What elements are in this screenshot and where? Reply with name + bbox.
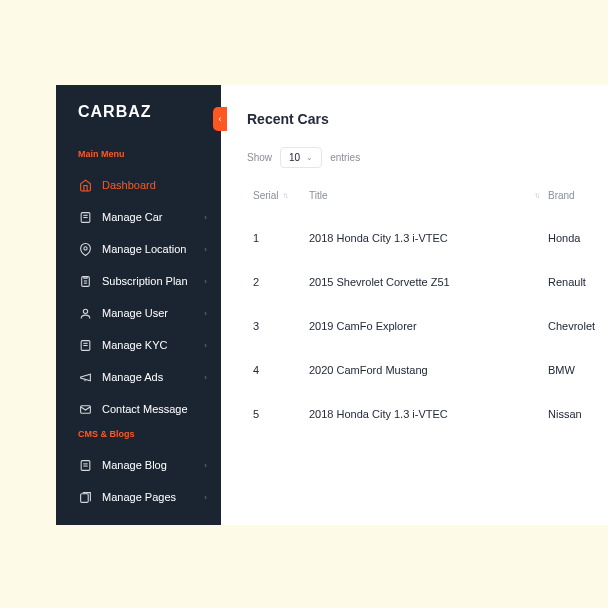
cell-brand: Honda bbox=[548, 232, 608, 244]
main-content: Recent Cars Show 10 ⌄ entries Serial ↑↓ … bbox=[221, 85, 608, 525]
cell-title: 2020 CamFord Mustang bbox=[309, 364, 548, 376]
svg-point-3 bbox=[83, 246, 86, 249]
page-size-select[interactable]: 10 ⌄ bbox=[280, 147, 322, 168]
cell-title: 2018 Honda City 1.3 i-VTEC bbox=[309, 408, 548, 420]
cars-table: Serial ↑↓ Title ↑↓ Brand ↑↓ 12018 Honda … bbox=[247, 190, 608, 436]
sort-icon: ↑↓ bbox=[534, 191, 538, 200]
table-row[interactable]: 12018 Honda City 1.3 i-VTECHonda bbox=[247, 216, 608, 260]
cell-serial: 3 bbox=[253, 320, 309, 332]
sidebar-toggle[interactable]: ‹ bbox=[213, 107, 227, 131]
sidebar-item-label: Manage KYC bbox=[102, 339, 204, 351]
column-header-title[interactable]: Title ↑↓ bbox=[309, 190, 548, 201]
sidebar-item-label: Contact Message bbox=[102, 403, 207, 415]
sidebar-menu-cms: Manage Blog › Manage Pages › bbox=[56, 449, 221, 513]
cell-serial: 4 bbox=[253, 364, 309, 376]
cell-brand: Nissan bbox=[548, 408, 608, 420]
entries-label: entries bbox=[330, 152, 360, 163]
sidebar: CARBAZ ‹ Main Menu Dashboard Manage Car … bbox=[56, 85, 221, 525]
sidebar-item-label: Manage Blog bbox=[102, 459, 204, 471]
mail-icon bbox=[78, 402, 92, 416]
sidebar-menu-main: Dashboard Manage Car › Manage Location ›… bbox=[56, 169, 221, 425]
page-title: Recent Cars bbox=[247, 111, 608, 127]
sidebar-item-subscription-plan[interactable]: Subscription Plan › bbox=[56, 265, 221, 297]
cell-brand: BMW bbox=[548, 364, 608, 376]
chevron-right-icon: › bbox=[204, 245, 207, 254]
cell-brand: Chevrolet bbox=[548, 320, 608, 332]
sidebar-item-contact-message[interactable]: Contact Message bbox=[56, 393, 221, 425]
app-frame: CARBAZ ‹ Main Menu Dashboard Manage Car … bbox=[56, 85, 608, 525]
sidebar-item-label: Manage Car bbox=[102, 211, 204, 223]
megaphone-icon bbox=[78, 370, 92, 384]
sidebar-item-dashboard[interactable]: Dashboard bbox=[56, 169, 221, 201]
sidebar-item-manage-kyc[interactable]: Manage KYC › bbox=[56, 329, 221, 361]
sidebar-item-label: Manage User bbox=[102, 307, 204, 319]
show-label: Show bbox=[247, 152, 272, 163]
cell-serial: 1 bbox=[253, 232, 309, 244]
table-row[interactable]: 42020 CamFord MustangBMW bbox=[247, 348, 608, 392]
chevron-right-icon: › bbox=[204, 373, 207, 382]
clipboard-icon bbox=[78, 274, 92, 288]
sort-icon: ↑↓ bbox=[283, 191, 287, 200]
document-icon bbox=[78, 338, 92, 352]
chevron-right-icon: › bbox=[204, 213, 207, 222]
sidebar-item-label: Manage Pages bbox=[102, 491, 204, 503]
sidebar-item-manage-user[interactable]: Manage User › bbox=[56, 297, 221, 329]
cell-serial: 2 bbox=[253, 276, 309, 288]
cell-title: 2015 Shevrolet Corvette Z51 bbox=[309, 276, 548, 288]
column-header-serial[interactable]: Serial ↑↓ bbox=[253, 190, 309, 201]
cell-title: 2019 CamFo Explorer bbox=[309, 320, 548, 332]
sidebar-item-manage-location[interactable]: Manage Location › bbox=[56, 233, 221, 265]
column-header-brand[interactable]: Brand ↑↓ bbox=[548, 190, 608, 201]
cell-serial: 5 bbox=[253, 408, 309, 420]
sidebar-item-label: Manage Location bbox=[102, 243, 204, 255]
chevron-left-icon: ‹ bbox=[219, 114, 222, 124]
chevron-right-icon: › bbox=[204, 341, 207, 350]
chevron-down-icon: ⌄ bbox=[306, 153, 313, 162]
sidebar-item-manage-pages[interactable]: Manage Pages › bbox=[56, 481, 221, 513]
pages-icon bbox=[78, 490, 92, 504]
user-icon bbox=[78, 306, 92, 320]
svg-rect-15 bbox=[80, 493, 88, 502]
location-icon bbox=[78, 242, 92, 256]
page-size-value: 10 bbox=[289, 152, 300, 163]
sidebar-item-label: Dashboard bbox=[102, 179, 207, 191]
sidebar-item-label: Subscription Plan bbox=[102, 275, 204, 287]
chevron-right-icon: › bbox=[204, 493, 207, 502]
table-row[interactable]: 52018 Honda City 1.3 i-VTECNissan bbox=[247, 392, 608, 436]
document-icon bbox=[78, 458, 92, 472]
chevron-right-icon: › bbox=[204, 309, 207, 318]
home-icon bbox=[78, 178, 92, 192]
document-icon bbox=[78, 210, 92, 224]
entries-control: Show 10 ⌄ entries bbox=[247, 147, 608, 168]
cell-brand: Renault bbox=[548, 276, 608, 288]
sidebar-item-manage-blog[interactable]: Manage Blog › bbox=[56, 449, 221, 481]
table-row[interactable]: 22015 Shevrolet Corvette Z51Renault bbox=[247, 260, 608, 304]
brand-logo: CARBAZ bbox=[56, 103, 221, 121]
chevron-right-icon: › bbox=[204, 461, 207, 470]
cell-title: 2018 Honda City 1.3 i-VTEC bbox=[309, 232, 548, 244]
chevron-right-icon: › bbox=[204, 277, 207, 286]
table-header-row: Serial ↑↓ Title ↑↓ Brand ↑↓ bbox=[247, 190, 608, 216]
sidebar-item-label: Manage Ads bbox=[102, 371, 204, 383]
svg-point-7 bbox=[83, 309, 87, 313]
sidebar-item-manage-car[interactable]: Manage Car › bbox=[56, 201, 221, 233]
table-row[interactable]: 32019 CamFo ExplorerChevrolet bbox=[247, 304, 608, 348]
sidebar-section-main: Main Menu bbox=[56, 149, 221, 159]
sidebar-item-manage-ads[interactable]: Manage Ads › bbox=[56, 361, 221, 393]
sidebar-section-cms: CMS & Blogs bbox=[56, 429, 221, 439]
